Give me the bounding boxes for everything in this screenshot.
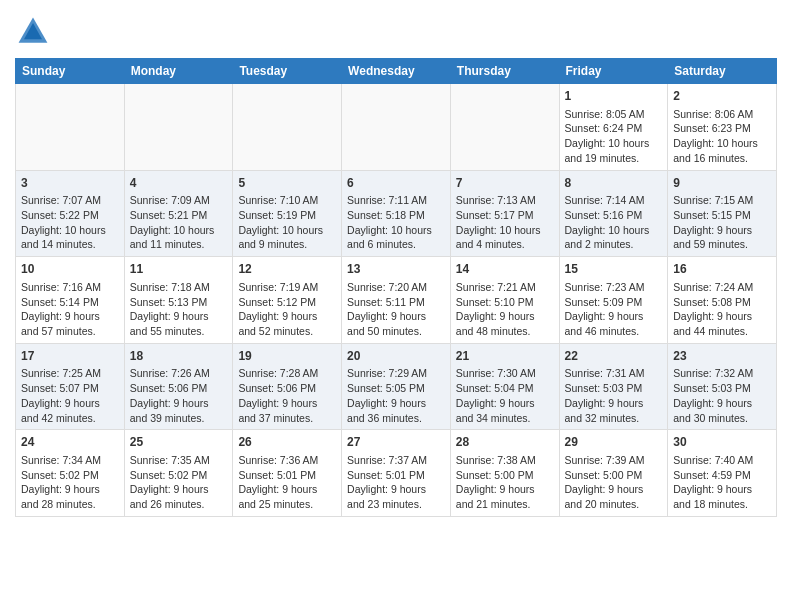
day-info: Daylight: 10 hours and 19 minutes. bbox=[565, 136, 663, 165]
calendar-cell: 21Sunrise: 7:30 AMSunset: 5:04 PMDayligh… bbox=[450, 343, 559, 430]
day-info: Sunrise: 7:21 AM bbox=[456, 280, 554, 295]
day-info: Daylight: 9 hours and 23 minutes. bbox=[347, 482, 445, 511]
day-info: Daylight: 9 hours and 26 minutes. bbox=[130, 482, 228, 511]
day-info: Sunset: 5:04 PM bbox=[456, 381, 554, 396]
calendar-week-3: 10Sunrise: 7:16 AMSunset: 5:14 PMDayligh… bbox=[16, 257, 777, 344]
day-info: Daylight: 9 hours and 57 minutes. bbox=[21, 309, 119, 338]
day-info: Sunset: 5:02 PM bbox=[21, 468, 119, 483]
day-info: Sunset: 5:22 PM bbox=[21, 208, 119, 223]
calendar-cell: 26Sunrise: 7:36 AMSunset: 5:01 PMDayligh… bbox=[233, 430, 342, 517]
day-number: 26 bbox=[238, 434, 336, 451]
calendar-cell: 12Sunrise: 7:19 AMSunset: 5:12 PMDayligh… bbox=[233, 257, 342, 344]
day-info: Sunrise: 7:07 AM bbox=[21, 193, 119, 208]
calendar-cell: 5Sunrise: 7:10 AMSunset: 5:19 PMDaylight… bbox=[233, 170, 342, 257]
day-info: Sunset: 6:24 PM bbox=[565, 121, 663, 136]
day-info: Sunrise: 8:05 AM bbox=[565, 107, 663, 122]
calendar-cell: 3Sunrise: 7:07 AMSunset: 5:22 PMDaylight… bbox=[16, 170, 125, 257]
day-info: Sunset: 5:11 PM bbox=[347, 295, 445, 310]
day-number: 3 bbox=[21, 175, 119, 192]
day-header-tuesday: Tuesday bbox=[233, 59, 342, 84]
day-info: Sunrise: 7:14 AM bbox=[565, 193, 663, 208]
day-info: Sunrise: 7:40 AM bbox=[673, 453, 771, 468]
day-number: 2 bbox=[673, 88, 771, 105]
calendar-cell: 4Sunrise: 7:09 AMSunset: 5:21 PMDaylight… bbox=[124, 170, 233, 257]
calendar-cell: 29Sunrise: 7:39 AMSunset: 5:00 PMDayligh… bbox=[559, 430, 668, 517]
day-info: Sunrise: 7:26 AM bbox=[130, 366, 228, 381]
calendar-cell: 28Sunrise: 7:38 AMSunset: 5:00 PMDayligh… bbox=[450, 430, 559, 517]
day-number: 1 bbox=[565, 88, 663, 105]
day-info: Daylight: 10 hours and 9 minutes. bbox=[238, 223, 336, 252]
calendar-cell: 9Sunrise: 7:15 AMSunset: 5:15 PMDaylight… bbox=[668, 170, 777, 257]
day-header-wednesday: Wednesday bbox=[342, 59, 451, 84]
calendar-cell: 7Sunrise: 7:13 AMSunset: 5:17 PMDaylight… bbox=[450, 170, 559, 257]
day-info: Sunset: 5:15 PM bbox=[673, 208, 771, 223]
day-info: Sunset: 5:06 PM bbox=[238, 381, 336, 396]
day-info: Sunrise: 7:34 AM bbox=[21, 453, 119, 468]
day-info: Sunset: 5:01 PM bbox=[238, 468, 336, 483]
day-info: Daylight: 9 hours and 42 minutes. bbox=[21, 396, 119, 425]
day-info: Sunrise: 7:37 AM bbox=[347, 453, 445, 468]
day-number: 28 bbox=[456, 434, 554, 451]
day-info: Sunset: 6:23 PM bbox=[673, 121, 771, 136]
day-number: 25 bbox=[130, 434, 228, 451]
day-header-thursday: Thursday bbox=[450, 59, 559, 84]
day-info: Daylight: 10 hours and 2 minutes. bbox=[565, 223, 663, 252]
day-header-sunday: Sunday bbox=[16, 59, 125, 84]
day-info: Sunrise: 7:29 AM bbox=[347, 366, 445, 381]
day-number: 22 bbox=[565, 348, 663, 365]
day-info: Sunrise: 7:18 AM bbox=[130, 280, 228, 295]
day-info: Sunset: 5:00 PM bbox=[565, 468, 663, 483]
calendar-week-4: 17Sunrise: 7:25 AMSunset: 5:07 PMDayligh… bbox=[16, 343, 777, 430]
day-info: Sunrise: 7:30 AM bbox=[456, 366, 554, 381]
day-number: 20 bbox=[347, 348, 445, 365]
day-info: Sunrise: 7:25 AM bbox=[21, 366, 119, 381]
day-info: Sunset: 5:00 PM bbox=[456, 468, 554, 483]
day-number: 14 bbox=[456, 261, 554, 278]
day-number: 11 bbox=[130, 261, 228, 278]
day-info: Sunrise: 8:06 AM bbox=[673, 107, 771, 122]
day-info: Sunset: 5:17 PM bbox=[456, 208, 554, 223]
logo-icon bbox=[15, 14, 51, 50]
day-info: Daylight: 9 hours and 32 minutes. bbox=[565, 396, 663, 425]
day-info: Sunrise: 7:19 AM bbox=[238, 280, 336, 295]
day-info: Sunset: 5:02 PM bbox=[130, 468, 228, 483]
calendar-cell: 2Sunrise: 8:06 AMSunset: 6:23 PMDaylight… bbox=[668, 84, 777, 171]
day-info: Sunrise: 7:31 AM bbox=[565, 366, 663, 381]
calendar-cell bbox=[233, 84, 342, 171]
day-info: Sunset: 5:13 PM bbox=[130, 295, 228, 310]
calendar-cell: 23Sunrise: 7:32 AMSunset: 5:03 PMDayligh… bbox=[668, 343, 777, 430]
day-number: 8 bbox=[565, 175, 663, 192]
day-info: Sunset: 5:14 PM bbox=[21, 295, 119, 310]
day-number: 5 bbox=[238, 175, 336, 192]
day-number: 24 bbox=[21, 434, 119, 451]
calendar-cell bbox=[124, 84, 233, 171]
calendar-table: SundayMondayTuesdayWednesdayThursdayFrid… bbox=[15, 58, 777, 517]
day-number: 29 bbox=[565, 434, 663, 451]
day-info: Sunrise: 7:35 AM bbox=[130, 453, 228, 468]
day-info: Sunrise: 7:38 AM bbox=[456, 453, 554, 468]
calendar-cell: 8Sunrise: 7:14 AMSunset: 5:16 PMDaylight… bbox=[559, 170, 668, 257]
day-number: 7 bbox=[456, 175, 554, 192]
calendar-cell: 6Sunrise: 7:11 AMSunset: 5:18 PMDaylight… bbox=[342, 170, 451, 257]
calendar-cell: 19Sunrise: 7:28 AMSunset: 5:06 PMDayligh… bbox=[233, 343, 342, 430]
day-info: Daylight: 9 hours and 48 minutes. bbox=[456, 309, 554, 338]
day-info: Sunset: 5:01 PM bbox=[347, 468, 445, 483]
calendar-cell: 24Sunrise: 7:34 AMSunset: 5:02 PMDayligh… bbox=[16, 430, 125, 517]
calendar-cell: 25Sunrise: 7:35 AMSunset: 5:02 PMDayligh… bbox=[124, 430, 233, 517]
day-info: Sunset: 5:06 PM bbox=[130, 381, 228, 396]
calendar-cell: 20Sunrise: 7:29 AMSunset: 5:05 PMDayligh… bbox=[342, 343, 451, 430]
day-info: Sunrise: 7:28 AM bbox=[238, 366, 336, 381]
calendar-cell: 30Sunrise: 7:40 AMSunset: 4:59 PMDayligh… bbox=[668, 430, 777, 517]
day-info: Daylight: 9 hours and 21 minutes. bbox=[456, 482, 554, 511]
day-info: Sunrise: 7:24 AM bbox=[673, 280, 771, 295]
day-info: Sunset: 5:03 PM bbox=[673, 381, 771, 396]
day-info: Daylight: 9 hours and 34 minutes. bbox=[456, 396, 554, 425]
day-info: Daylight: 9 hours and 55 minutes. bbox=[130, 309, 228, 338]
day-info: Daylight: 9 hours and 50 minutes. bbox=[347, 309, 445, 338]
calendar-cell: 13Sunrise: 7:20 AMSunset: 5:11 PMDayligh… bbox=[342, 257, 451, 344]
day-number: 12 bbox=[238, 261, 336, 278]
day-info: Sunrise: 7:39 AM bbox=[565, 453, 663, 468]
day-info: Daylight: 10 hours and 6 minutes. bbox=[347, 223, 445, 252]
day-info: Sunrise: 7:09 AM bbox=[130, 193, 228, 208]
day-header-saturday: Saturday bbox=[668, 59, 777, 84]
